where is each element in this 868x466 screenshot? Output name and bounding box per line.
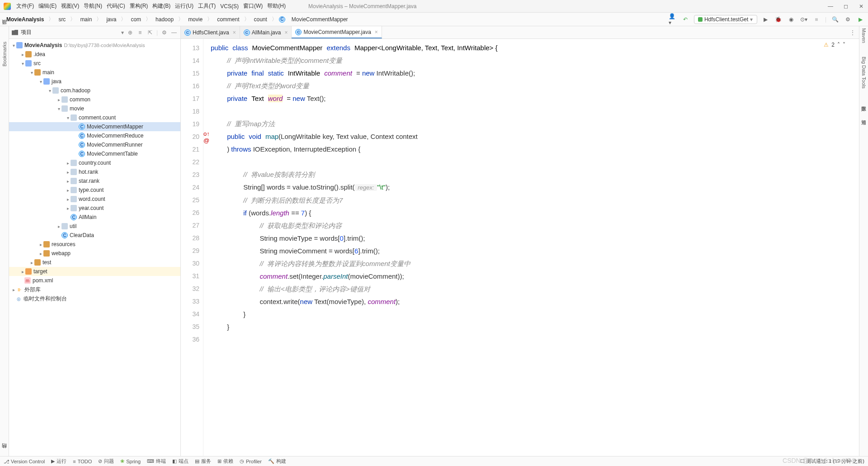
tab-hdfsclient[interactable]: CHdfsClient.java× xyxy=(181,26,240,38)
menu-help[interactable]: 帮助(H) xyxy=(267,2,286,10)
menu-build[interactable]: 构建(B) xyxy=(152,2,170,10)
target-icon[interactable]: ⊕ xyxy=(127,29,134,36)
close-icon[interactable]: × xyxy=(233,29,236,36)
back-arrow-icon[interactable]: ↶ xyxy=(681,15,689,24)
menu-view[interactable]: 视图(V) xyxy=(61,2,79,10)
close-icon[interactable]: × xyxy=(375,29,378,35)
crumb-6[interactable]: movie xyxy=(185,15,205,24)
menu-edit[interactable]: 编辑(E) xyxy=(38,2,57,10)
vcs-toolwindow-button[interactable]: ⎇Version Control xyxy=(4,459,45,464)
tree-src[interactable]: src xyxy=(33,60,41,67)
tree-commentcount[interactable]: comment.count xyxy=(79,114,116,121)
crumb-5[interactable]: hadoop xyxy=(153,15,176,24)
crumb-8[interactable]: count xyxy=(251,15,270,24)
bookmarks-toolwindow-button[interactable]: Bookmarks xyxy=(2,42,7,67)
tab-allmain[interactable]: CAllMain.java× xyxy=(240,26,292,38)
tab-mapper[interactable]: CMovieCommentMapper.java× xyxy=(292,26,382,38)
code-editor[interactable]: public class MovieCommentMapper extends … xyxy=(203,39,859,456)
tree-movie[interactable]: movie xyxy=(70,105,84,112)
gear-icon[interactable]: ⚙ xyxy=(160,29,168,36)
menu-run[interactable]: 运行(U) xyxy=(175,2,193,10)
tree-wordcount[interactable]: word.count xyxy=(79,196,105,202)
expand-all-icon[interactable]: ≡ xyxy=(137,29,144,36)
profile-button[interactable]: ⊙▾ xyxy=(800,15,808,24)
build-toolwindow-button[interactable]: 🔨构建 xyxy=(268,458,286,465)
override-gutter-icon[interactable]: o↑ @ xyxy=(203,130,215,144)
tree-resources[interactable]: resources xyxy=(52,241,75,247)
tree-file-mapper[interactable]: MovieCommentMapper xyxy=(87,124,143,130)
add-user-icon[interactable]: 👤▾ xyxy=(669,15,677,24)
menu-navigate[interactable]: 导航(N) xyxy=(84,2,102,10)
tree-webapp[interactable]: webapp xyxy=(52,250,71,257)
chevron-up-icon[interactable]: ˄ xyxy=(837,42,840,48)
tree-typecount[interactable]: type.count xyxy=(79,187,104,193)
maximize-icon[interactable]: ◻ xyxy=(843,3,849,10)
debug-button[interactable]: 🐞 xyxy=(774,15,783,24)
tree-cleardata[interactable]: ClearData xyxy=(70,232,94,238)
tree-pom[interactable]: pom.xml xyxy=(33,277,53,284)
tree-file-runner[interactable]: MovieCommentRunner xyxy=(87,142,142,148)
tree-yearcount[interactable]: year.count xyxy=(79,205,104,211)
crumb-1[interactable]: src xyxy=(56,15,68,24)
junit-icon xyxy=(698,17,703,22)
tree-idea[interactable]: .idea xyxy=(33,51,45,57)
tree-country[interactable]: country.count xyxy=(79,160,111,166)
profiler-toolwindow-button[interactable]: ◷Profiler xyxy=(240,458,262,464)
tree-main[interactable]: main xyxy=(42,69,54,76)
tree-root[interactable]: MovieAnalysis xyxy=(24,42,62,48)
inspection-badge[interactable]: ⚠2 ˄˅ xyxy=(824,42,845,48)
tree-file-table[interactable]: MovieCommentTable xyxy=(87,151,138,157)
menu-window[interactable]: 窗口(W) xyxy=(243,2,263,10)
tree-starrank[interactable]: star.rank xyxy=(79,178,99,184)
menu-code[interactable]: 代码(C) xyxy=(107,2,125,10)
crumb-2[interactable]: main xyxy=(77,15,94,24)
crumb-9[interactable]: MovieCommentMapper xyxy=(289,15,351,24)
tabs-more-icon[interactable]: ⋮ xyxy=(846,26,859,38)
editor-body[interactable]: ⚠2 ˄˅ 131415 161718 192021 222324 252627… xyxy=(181,39,859,456)
chevron-down-icon[interactable]: ˅ xyxy=(843,42,845,48)
maven-toolwindow-button[interactable]: Maven xyxy=(861,28,867,43)
run-button[interactable]: ▶ xyxy=(762,15,770,24)
run-toolwindow-button[interactable]: ▶运行 xyxy=(51,458,66,465)
search-icon[interactable]: 🔍 xyxy=(831,15,839,24)
settings-icon[interactable]: ⚙ xyxy=(844,15,852,24)
chevron-down-icon[interactable]: ▾ xyxy=(121,29,124,36)
tree-scratch[interactable]: 临时文件和控制台 xyxy=(24,295,67,303)
menu-refactor[interactable]: 重构(R) xyxy=(130,2,148,10)
tree-pkg[interactable]: com.hadoop xyxy=(61,87,90,94)
coverage-button[interactable]: ◉ xyxy=(787,15,795,24)
menu-vcs[interactable]: VCS(S) xyxy=(220,3,239,10)
tree-allmain[interactable]: AllMain xyxy=(79,214,96,220)
hide-icon[interactable]: — xyxy=(170,29,178,36)
run-anything-icon[interactable]: ▶ xyxy=(856,15,864,24)
crumb-0[interactable]: MovieAnalysis xyxy=(4,15,47,24)
tree-extlib[interactable]: 外部库 xyxy=(24,286,41,294)
endpoints-toolwindow-button[interactable]: ◧端点 xyxy=(172,458,189,465)
project-tree[interactable]: ▾MovieAnalysisD:\tsy\bysj\7738-code\Movi… xyxy=(9,39,180,456)
problems-toolwindow-button[interactable]: ⊘问题 xyxy=(98,458,114,465)
tree-common[interactable]: common xyxy=(70,96,90,103)
collapse-all-icon[interactable]: ⇱ xyxy=(146,29,154,36)
dependencies-toolwindow-button[interactable]: ⊞依赖 xyxy=(217,458,233,465)
bigdata-toolwindow-button[interactable]: Big Data Tools xyxy=(861,57,867,89)
menu-file[interactable]: 文件(F) xyxy=(16,2,34,10)
tree-java[interactable]: java xyxy=(52,78,61,85)
spring-toolwindow-button[interactable]: ❀Spring xyxy=(120,458,141,464)
close-icon[interactable]: ✕ xyxy=(858,3,864,10)
stop-button[interactable]: ■ xyxy=(812,15,821,24)
crumb-3[interactable]: java xyxy=(104,15,119,24)
tree-target[interactable]: target xyxy=(33,268,47,275)
tree-util[interactable]: util xyxy=(70,223,76,229)
close-icon[interactable]: × xyxy=(284,29,288,36)
run-config-dropdown[interactable]: HdfsClient.testGet ▾ xyxy=(694,15,757,24)
minimize-icon[interactable]: — xyxy=(827,3,834,10)
terminal-toolwindow-button[interactable]: ⌨终端 xyxy=(147,458,166,465)
tree-test[interactable]: test xyxy=(42,259,51,266)
tree-file-reduce[interactable]: MovieCommentReduce xyxy=(87,133,143,139)
todo-toolwindow-button[interactable]: ≡TODO xyxy=(73,459,92,464)
crumb-4[interactable]: com xyxy=(128,15,144,24)
menu-tools[interactable]: 工具(T) xyxy=(198,2,216,10)
services-toolwindow-button[interactable]: ▤服务 xyxy=(195,458,211,465)
crumb-7[interactable]: comment xyxy=(214,15,242,24)
tree-hotrank[interactable]: hot.rank xyxy=(79,169,98,175)
